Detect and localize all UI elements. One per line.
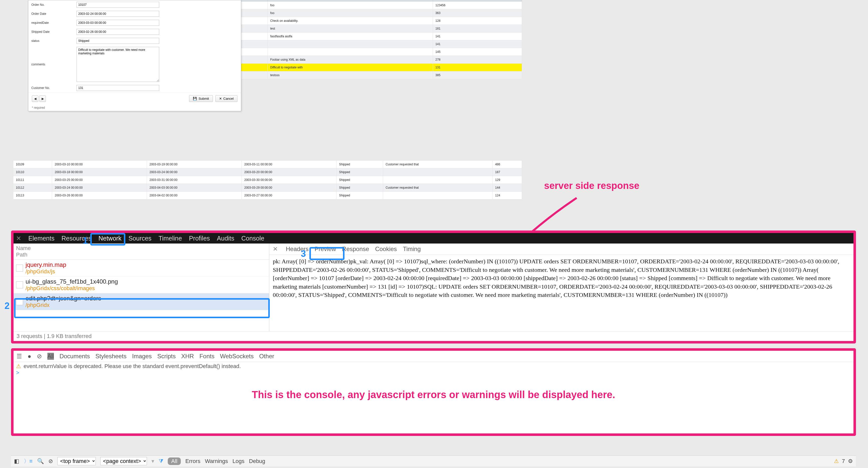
tab-timeline[interactable]: Timeline <box>158 235 182 242</box>
network-request-row[interactable]: jquery.min.map/phpGridx/js <box>13 260 269 276</box>
detail-tab-cookies[interactable]: Cookies <box>375 245 397 253</box>
show-console-icon[interactable]: 〉≡ <box>24 458 33 465</box>
table-row[interactable]: 101132003-03-26 00:00:002003-04-02 00:00… <box>13 192 522 199</box>
warning-badge-icon[interactable]: ⚠ <box>834 458 839 465</box>
network-request-row[interactable]: edit.php?dt=json&gn=orders/phpGridx <box>13 293 269 310</box>
console-view-icon[interactable]: ☰ <box>17 353 22 360</box>
settings-icon[interactable]: ⚙ <box>848 458 853 465</box>
sf-debug[interactable]: Debug <box>249 458 265 465</box>
console-toolbar: ☰ ● ⊘ All Documents Stylesheets Images S… <box>13 351 854 362</box>
cell: Customer requested that <box>383 161 492 168</box>
request-path: /phpGridx/css/cobalt/images <box>26 285 118 292</box>
cell: 2003-03-20 00:00:00 <box>242 168 337 176</box>
request-name: ui-bg_glass_75_fef1bd_1x400.png <box>26 278 118 285</box>
cell: test <box>268 25 433 33</box>
cell <box>268 48 433 56</box>
table-row[interactable]: 101112003-03-25 00:00:002003-03-31 00:00… <box>13 176 522 184</box>
console-body[interactable]: ⚠event.returnValue is deprecated. Please… <box>13 362 854 427</box>
filter-fonts[interactable]: Fonts <box>199 353 214 360</box>
filter-images[interactable]: Images <box>132 353 152 360</box>
filter-other[interactable]: Other <box>259 353 274 360</box>
filter-xhr[interactable]: XHR <box>181 353 194 360</box>
cell: Shipped <box>337 184 383 192</box>
cell: 144 <box>492 184 522 192</box>
cell: 2003-03-18 00:00:00 <box>52 168 147 176</box>
dock-icon[interactable]: ◧ <box>14 458 19 465</box>
cell: 2003-03-27 00:00:00 <box>242 192 337 199</box>
input-customer[interactable] <box>76 85 159 91</box>
tab-profiles[interactable]: Profiles <box>189 235 210 242</box>
cell: 2003-03-19 00:00:00 <box>147 161 242 168</box>
next-record-button[interactable]: ▶ <box>39 96 46 102</box>
cell: Customer requested that <box>383 184 492 192</box>
detail-close-icon[interactable]: ✕ <box>273 245 278 253</box>
filter-stylesheets[interactable]: Stylesheets <box>95 353 127 360</box>
detail-tabs: ✕ Headers Preview Response Cookies Timin… <box>269 243 854 255</box>
filter-all[interactable]: All <box>48 353 54 360</box>
cell: foo <box>268 9 433 17</box>
input-status[interactable] <box>76 38 159 44</box>
tab-sources[interactable]: Sources <box>128 235 151 242</box>
cell: testsss <box>268 71 433 79</box>
request-path: /phpGridx/js <box>26 268 66 275</box>
tab-network[interactable]: Network <box>98 235 122 242</box>
cell: 2003-03-31 00:00:00 <box>147 176 242 184</box>
context-select[interactable]: <page context> <box>100 457 147 465</box>
network-summary: 3 requests | 1.9 KB transferred <box>13 331 854 341</box>
funnel-icon[interactable]: ⧩ <box>159 458 163 465</box>
input-comments[interactable]: Difficult to negotiate with customer. We… <box>76 47 159 82</box>
tab-audits[interactable]: Audits <box>217 235 234 242</box>
cell: 278 <box>433 56 522 64</box>
cell <box>383 192 492 199</box>
clear-icon[interactable]: ⊘ <box>49 458 53 465</box>
request-name: jquery.min.map <box>26 261 66 268</box>
cell: Shipped <box>337 168 383 176</box>
sf-logs[interactable]: Logs <box>232 458 244 465</box>
input-required[interactable] <box>76 20 159 26</box>
search-icon[interactable]: 🔍 <box>37 458 44 465</box>
input-orderno[interactable] <box>76 2 159 8</box>
filter-all-chip[interactable]: All <box>168 458 181 465</box>
cell: 2003-03-26 00:00:00 <box>52 192 147 199</box>
devtools-close-icon[interactable]: ✕ <box>16 235 21 242</box>
detail-tab-timing[interactable]: Timing <box>403 245 421 253</box>
filter-documents[interactable]: Documents <box>59 353 90 360</box>
close-icon: ✕ <box>219 97 222 100</box>
table-row[interactable]: 101092003-03-10 00:00:002003-03-19 00:00… <box>13 161 522 168</box>
cancel-button[interactable]: ✕Cancel <box>215 95 238 102</box>
frame-select[interactable]: <top frame> <box>57 457 96 465</box>
console-prompt[interactable]: > <box>16 370 19 376</box>
col-name: Name <box>16 245 267 252</box>
input-shipped[interactable] <box>76 29 159 35</box>
orders-table-full[interactable]: 101092003-03-10 00:00:002003-03-19 00:00… <box>13 160 522 199</box>
cell: 129 <box>492 176 522 184</box>
save-icon: 💾 <box>193 97 197 100</box>
cell: Shipped <box>337 161 383 168</box>
input-orderdate[interactable] <box>76 11 159 17</box>
detail-tab-preview[interactable]: Preview <box>315 245 336 253</box>
sf-errors[interactable]: Errors <box>185 458 200 465</box>
tab-console[interactable]: Console <box>242 235 265 242</box>
status-bar: ◧ 〉≡ 🔍 ⊘ <top frame> <page context> ▾ ⧩ … <box>11 456 856 467</box>
warning-icon: ⚠ <box>16 363 21 370</box>
cell: Shipped <box>337 176 383 184</box>
console-record-icon[interactable]: ● <box>28 353 31 360</box>
prev-record-button[interactable]: ◀ <box>32 96 38 102</box>
table-row[interactable]: 101122003-03-24 00:00:002003-04-03 00:00… <box>13 184 522 192</box>
network-request-row[interactable]: ui-bg_glass_75_fef1bd_1x400.png/phpGridx… <box>13 276 269 293</box>
console-clear-icon[interactable]: ⊘ <box>37 353 42 360</box>
cell: 2003-03-10 00:00:00 <box>52 161 147 168</box>
cell: Difficult to negotiate with <box>268 64 433 71</box>
detail-tab-response[interactable]: Response <box>342 245 369 253</box>
filter-scripts[interactable]: Scripts <box>157 353 176 360</box>
network-request-list[interactable]: NamePath jquery.min.map/phpGridx/jsui-bg… <box>13 243 269 331</box>
label-required: requiredDate <box>31 21 76 25</box>
tab-elements[interactable]: Elements <box>28 235 54 242</box>
sf-warnings[interactable]: Warnings <box>205 458 228 465</box>
cell: 10113 <box>13 192 52 199</box>
filter-websockets[interactable]: WebSockets <box>220 353 253 360</box>
label-orderno: Order No. <box>31 3 76 6</box>
submit-button[interactable]: 💾Submit <box>189 95 213 102</box>
table-row[interactable]: 101102003-03-18 00:00:002003-03-24 00:00… <box>13 168 522 176</box>
cell: foo <box>268 1 433 9</box>
